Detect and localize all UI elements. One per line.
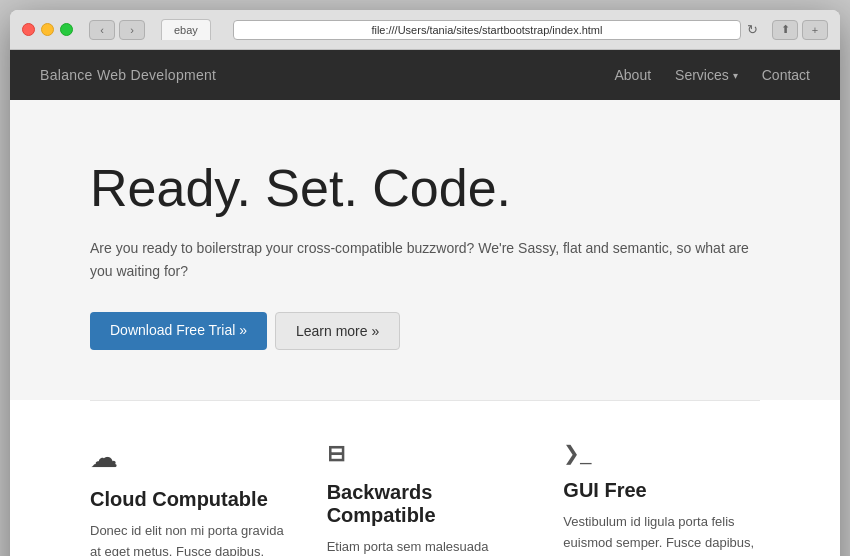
reload-button[interactable]: ↻ (747, 22, 758, 37)
hero-buttons: Download Free Trial » Learn more » (90, 312, 760, 350)
nav-dropdown-services[interactable]: Services ▾ (675, 67, 738, 83)
hero-title: Ready. Set. Code. (90, 160, 760, 217)
feature-cloud: ☁ Cloud Computable Donec id elit non mi … (90, 441, 287, 556)
learn-more-button[interactable]: Learn more » (275, 312, 400, 350)
browser-titlebar: ‹ › ebay file:///Users/tania/sites/start… (10, 10, 840, 50)
forward-button[interactable]: › (119, 20, 145, 40)
navbar-brand: Balance Web Development (40, 67, 216, 83)
feature-title-backwards: Backwards Compatible (327, 481, 524, 527)
address-bar-area: file:///Users/tania/sites/startbootstrap… (233, 20, 758, 40)
feature-backwards: ⊟ Backwards Compatible Etiam porta sem m… (327, 441, 524, 556)
maximize-button[interactable] (60, 23, 73, 36)
traffic-lights (22, 23, 73, 36)
feature-text-cloud: Donec id elit non mi porta gravida at eg… (90, 521, 287, 556)
close-button[interactable] (22, 23, 35, 36)
dropdown-caret-icon: ▾ (733, 70, 738, 81)
share-button[interactable]: ⬆ (772, 20, 798, 40)
feature-title-cloud: Cloud Computable (90, 488, 287, 511)
feature-text-gui: Vestibulum id ligula porta felis euismod… (563, 512, 760, 556)
nav-link-about[interactable]: About (614, 67, 651, 83)
backwards-compat-icon: ⊟ (327, 441, 524, 467)
gui-free-icon: ❯_ (563, 441, 760, 465)
new-tab-button[interactable]: + (802, 20, 828, 40)
nav-buttons: ‹ › (89, 20, 145, 40)
download-trial-button[interactable]: Download Free Trial » (90, 312, 267, 350)
nav-item-about[interactable]: About (614, 66, 651, 84)
nav-item-contact[interactable]: Contact (762, 66, 810, 84)
nav-link-contact[interactable]: Contact (762, 67, 810, 83)
browser-tab[interactable]: ebay (161, 19, 211, 40)
hero-subtitle: Are you ready to boilerstrap your cross-… (90, 237, 760, 282)
website-content: Balance Web Development About Services ▾… (10, 50, 840, 556)
minimize-button[interactable] (41, 23, 54, 36)
tab-bar: ebay (161, 19, 211, 40)
feature-gui: ❯_ GUI Free Vestibulum id ligula porta f… (563, 441, 760, 556)
address-bar[interactable]: file:///Users/tania/sites/startbootstrap… (233, 20, 741, 40)
nav-item-services[interactable]: Services ▾ (675, 67, 738, 83)
navbar: Balance Web Development About Services ▾… (10, 50, 840, 100)
features-section: ☁ Cloud Computable Donec id elit non mi … (10, 401, 840, 556)
navbar-nav: About Services ▾ Contact (614, 66, 810, 84)
hero-section: Ready. Set. Code. Are you ready to boile… (10, 100, 840, 400)
back-button[interactable]: ‹ (89, 20, 115, 40)
nav-link-services[interactable]: Services (675, 67, 729, 83)
feature-text-backwards: Etiam porta sem malesuada magna mollis e… (327, 537, 524, 556)
browser-actions: ⬆ + (772, 20, 828, 40)
cloud-icon: ☁ (90, 441, 287, 474)
browser-window: ‹ › ebay file:///Users/tania/sites/start… (10, 10, 840, 556)
feature-title-gui: GUI Free (563, 479, 760, 502)
